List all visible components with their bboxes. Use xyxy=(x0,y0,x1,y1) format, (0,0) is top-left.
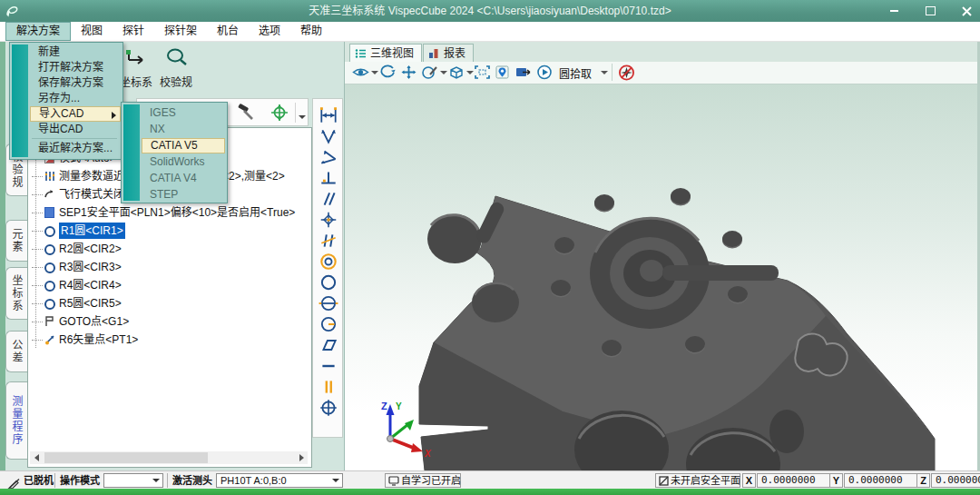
menu-solution[interactable]: 解决方案 xyxy=(5,22,71,41)
restore-button[interactable] xyxy=(922,4,938,18)
tree-item-goto[interactable]: GOTO点<G1> xyxy=(28,313,309,330)
circle-feature-icon xyxy=(44,226,55,237)
tree-item-circle-r5[interactable]: R5圆<CIR5> xyxy=(28,295,309,312)
menu-item-saveas[interactable]: 另存为... xyxy=(30,91,121,106)
view-toolbar: 圆拾取 xyxy=(345,62,978,84)
safety-plane-icon xyxy=(44,207,54,218)
menu-view[interactable]: 视图 xyxy=(71,22,113,41)
no-collision-icon[interactable] xyxy=(618,64,635,81)
tree-item-circle-r1[interactable]: R1圆<CIR1> xyxy=(28,223,309,239)
tab-report[interactable]: 报表 xyxy=(423,44,474,63)
render-dropdown-icon[interactable] xyxy=(440,71,447,74)
side-tab-coordinate[interactable]: 坐标系 xyxy=(5,267,27,320)
menu-item-import-cad[interactable]: 导入CAD xyxy=(30,106,121,122)
submenu-item-iges[interactable]: IGES xyxy=(142,105,225,121)
menu-probe-rack[interactable]: 探针架 xyxy=(154,22,207,41)
orbit-rotate-icon[interactable] xyxy=(379,64,397,80)
visibility-eye-icon[interactable] xyxy=(352,64,369,80)
menu-machine[interactable]: 机台 xyxy=(207,22,249,41)
true-position-icon[interactable] xyxy=(318,399,338,417)
import-cad-submenu: IGES NX CATIA V5 SolidWorks CATIA V4 STE… xyxy=(121,102,228,203)
parallel-bars-icon[interactable] xyxy=(318,378,338,396)
side-tab-elements[interactable]: 元素 xyxy=(5,220,27,262)
tree-item-circle-r2[interactable]: R2圆<CIR2> xyxy=(28,241,309,257)
menu-item-export-cad[interactable]: 导出CAD xyxy=(30,122,121,137)
toolbar-separator xyxy=(295,103,296,123)
close-button[interactable] xyxy=(958,4,975,18)
locate-pin-icon[interactable] xyxy=(495,64,509,80)
safety-plane-indicator: 未开启安全平面 xyxy=(655,473,740,488)
coord-x-label: X xyxy=(742,473,756,488)
distance-tolerance-icon[interactable] xyxy=(318,106,338,124)
eye-dropdown-icon[interactable] xyxy=(371,71,378,74)
submenu-item-catia-v5[interactable]: CATIA V5 xyxy=(142,138,225,153)
roundness-icon[interactable] xyxy=(318,273,338,292)
zoom-fit-icon[interactable] xyxy=(474,64,491,80)
menu-options[interactable]: 选项 xyxy=(249,22,290,41)
render-style-icon[interactable] xyxy=(421,64,438,80)
close-icon xyxy=(962,6,972,16)
angle2-tolerance-icon[interactable] xyxy=(318,148,338,166)
angle-tolerance-icon[interactable] xyxy=(318,127,338,145)
parallelism-icon[interactable] xyxy=(318,190,338,208)
angularity-icon[interactable] xyxy=(318,232,338,250)
operation-mode-select[interactable] xyxy=(103,473,163,488)
report-tab-icon xyxy=(428,48,440,59)
straightness-icon[interactable] xyxy=(318,357,338,375)
window-bottom-edge xyxy=(0,489,980,495)
more-dropdown-icon[interactable] xyxy=(299,115,306,119)
menu-item-save[interactable]: 保存解决方案 xyxy=(30,75,121,91)
tree-horizontal-scrollbar[interactable] xyxy=(30,451,308,464)
section-flag-icon[interactable] xyxy=(514,64,532,80)
submenu-item-catia-v4[interactable]: CATIA V4 xyxy=(142,171,225,186)
flatness-icon[interactable] xyxy=(318,336,338,354)
hammer-icon[interactable] xyxy=(235,104,257,122)
tree-item-vector-point[interactable]: R6矢量点<PT1> xyxy=(28,332,309,348)
selflearn-indicator: 自学习已开启 xyxy=(385,473,461,488)
tab-3d-view[interactable]: 三维视图 xyxy=(349,44,422,63)
scroll-right-arrow[interactable] xyxy=(295,451,308,464)
perpendicularity-icon[interactable] xyxy=(318,169,338,187)
coord-z-label: Z xyxy=(916,473,930,488)
viewport-3d[interactable]: Z Y X xyxy=(345,84,978,470)
scroll-left-arrow[interactable] xyxy=(30,451,43,464)
selflearn-icon xyxy=(388,476,399,486)
menu-item-open[interactable]: 打开解决方案 xyxy=(30,60,121,75)
coord-x-value: 0.0000000 xyxy=(757,473,831,488)
submenu-item-solidworks[interactable]: SolidWorks xyxy=(142,154,225,170)
axis-target-icon[interactable] xyxy=(270,104,289,122)
menu-item-new[interactable]: 新建 xyxy=(30,45,121,60)
solution-dropdown-menu: 新建 打开解决方案 保存解决方案 另存为... 导入CAD 导出CAD 最近解决… xyxy=(9,42,123,160)
side-tab-tolerance[interactable]: 公差 xyxy=(5,331,27,372)
tree-item-circle-r3[interactable]: R3圆<CIR3> xyxy=(28,259,309,275)
scrollbar-thumb[interactable] xyxy=(44,452,208,463)
mode-dropdown-icon xyxy=(152,479,160,482)
tree-item-safety-plane[interactable]: SEP1安全平面<PLN1>偏移<10>是否启用<True> xyxy=(28,204,309,221)
gauge-check-icon xyxy=(163,47,189,69)
minimize-button[interactable] xyxy=(886,4,902,18)
menu-probe[interactable]: 探针 xyxy=(113,22,154,41)
active-probe-select[interactable]: PH10T A:0,B:0 xyxy=(216,473,343,488)
submenu-item-step[interactable]: STEP xyxy=(142,187,225,203)
triad-x-label: X xyxy=(424,449,432,459)
operation-mode-label: 操作模式 xyxy=(60,471,100,490)
concentricity-icon[interactable] xyxy=(318,252,338,271)
position-axes-icon[interactable] xyxy=(318,211,338,229)
submenu-item-nx[interactable]: NX xyxy=(142,122,225,137)
side-tab-program[interactable]: 测量程序 xyxy=(5,381,27,460)
tree-item-circle-r4[interactable]: R4圆<CIR4> xyxy=(28,277,309,293)
view-cube-icon[interactable] xyxy=(447,64,465,80)
menu-item-recent[interactable]: 最近解决方案... xyxy=(30,141,121,156)
pick-mode-label[interactable]: 圆拾取 xyxy=(559,65,592,81)
play-run-icon[interactable] xyxy=(536,64,553,80)
goto-point-icon xyxy=(44,316,55,327)
pick-mode-dropdown-icon[interactable] xyxy=(601,71,608,74)
pan-move-icon[interactable] xyxy=(400,64,417,80)
runout-icon[interactable] xyxy=(318,315,338,333)
offline-status: 已脱机 xyxy=(24,471,54,490)
gauge-check-button[interactable]: 校验规 xyxy=(154,47,198,96)
circle-feature-icon xyxy=(44,299,55,310)
cylindricity-icon[interactable] xyxy=(318,294,338,312)
cube-dropdown-icon[interactable] xyxy=(466,71,474,74)
menu-help[interactable]: 帮助 xyxy=(290,22,332,41)
